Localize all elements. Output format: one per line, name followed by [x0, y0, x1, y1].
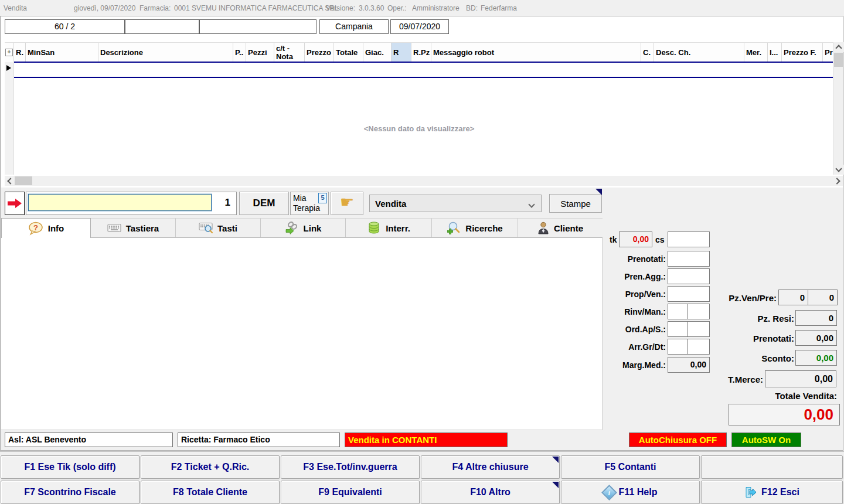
search-field-wrap: 1	[26, 192, 237, 215]
tab-tastiera[interactable]: Tastiera	[91, 218, 176, 238]
submenu-corner-indicator	[595, 189, 602, 195]
info-tab-content	[1, 238, 603, 430]
sale-type-select[interactable]: Vendita	[369, 195, 542, 212]
col-header-descrizione[interactable]: Descrizione	[98, 43, 233, 62]
keyboard-icon	[107, 223, 121, 233]
f12-button[interactable]: F12 Esci	[701, 481, 843, 504]
col-header-mer[interactable]: Mer.	[744, 43, 768, 62]
col-header-i[interactable]: I...	[768, 43, 782, 62]
prop-ven-field[interactable]	[668, 286, 710, 302]
tab-info[interactable]: ? Info	[1, 218, 91, 238]
grid-header: + R. MinSan Descrizione P.. Pezzi c/t - …	[5, 42, 833, 62]
autosw-status-box[interactable]: AutoSW On	[731, 433, 801, 447]
col-header-totale[interactable]: Totale	[334, 43, 363, 62]
grid-row-bottom-line	[14, 77, 833, 78]
svg-text:?: ?	[33, 223, 38, 231]
oper-value: Amministratore	[412, 4, 460, 12]
product-search-input[interactable]	[28, 194, 212, 211]
f7-button[interactable]: F7 Scontrino Fiscale	[1, 481, 139, 504]
pointing-hand-icon: ☛	[340, 195, 354, 210]
tab-label: Ricerche	[465, 223, 502, 233]
f2-button[interactable]: F2 Ticket + Q.Ric.	[141, 455, 280, 479]
col-header-p[interactable]: P..	[233, 43, 246, 62]
col-header-r2[interactable]: R	[392, 43, 411, 62]
col-header-prezzo[interactable]: Prezzo	[305, 43, 334, 62]
asl-status-box[interactable]: Asl: ASL Benevento	[5, 433, 173, 447]
f9-button[interactable]: F9 Equivalenti	[281, 481, 420, 504]
tab-cliente[interactable]: Cliente	[518, 218, 603, 238]
tk-label: tk	[610, 235, 617, 244]
prenotati-field[interactable]	[668, 251, 710, 267]
expand-all-button[interactable]: +	[5, 43, 14, 62]
scroll-up-button[interactable]	[833, 42, 843, 52]
cs-label: cs	[655, 235, 665, 244]
arr-gr-field-2[interactable]	[687, 339, 710, 355]
ricetta-status-box[interactable]: Ricetta: Farmaco Etico	[178, 433, 340, 447]
progressivo-box: 60 / 2	[5, 19, 125, 34]
cs-field[interactable]	[668, 231, 710, 247]
f4-button[interactable]: F4 Altre chiusure	[421, 455, 560, 479]
f3-button[interactable]: F3 Ese.Tot/inv.guerra	[281, 455, 420, 479]
regione-box: Campania	[319, 19, 389, 34]
col-header-messaggio-robot[interactable]: Messaggio robot	[431, 43, 641, 62]
ord-ap-field-1[interactable]	[668, 321, 688, 337]
data-box: 09/07/2020	[390, 19, 449, 34]
ord-ap-label: Ord.Ap/S.:	[625, 325, 666, 334]
tab-label: Cliente	[554, 223, 583, 233]
grid-empty-message: <Nessun dato da visualizzare>	[5, 124, 833, 133]
col-header-c[interactable]: C.	[641, 43, 654, 62]
scroll-down-button[interactable]	[833, 165, 843, 175]
col-header-ct-nota[interactable]: c/t - Nota	[274, 43, 305, 62]
col-header-rpz[interactable]: R.Pz	[411, 43, 431, 62]
oper-label: Oper.:	[387, 4, 407, 12]
tab-ricerche[interactable]: Ricerche	[432, 218, 518, 238]
prenotati-total-field: 0,00	[795, 330, 837, 346]
col-header-desc-ch[interactable]: Desc. Ch.	[654, 43, 744, 62]
tab-link[interactable]: Link	[261, 218, 346, 238]
fkey-empty-slot[interactable]	[701, 455, 843, 479]
grid-current-row[interactable]	[14, 63, 833, 77]
f10-button[interactable]: F10 Altro	[421, 481, 560, 504]
col-header-minsan[interactable]: MinSan	[26, 43, 98, 62]
chevron-left-icon	[7, 178, 13, 184]
mia-terapia-button[interactable]: Mia Terapia 5	[290, 192, 329, 215]
tab-interr[interactable]: Interr.	[346, 218, 432, 238]
arr-gr-field-1[interactable]	[668, 339, 688, 355]
pren-agg-field[interactable]	[668, 268, 710, 284]
function-key-bar: F1 Ese Tik (solo diff) F2 Ticket + Q.Ric…	[0, 451, 844, 504]
ord-ap-field-2[interactable]	[687, 321, 710, 337]
col-header-prezzo-f[interactable]: Prezzo F.	[782, 43, 823, 62]
col-header-r[interactable]: R.	[14, 43, 26, 62]
row-selector-gutter	[5, 62, 14, 175]
col-header-pr[interactable]: Pr	[823, 43, 833, 62]
tab-label: Tasti	[217, 223, 237, 233]
tab-label: Interr.	[386, 223, 410, 233]
t-merce-field: 0,00	[765, 370, 836, 387]
rinv-man-field-2[interactable]	[687, 304, 710, 319]
f11-button[interactable]: iF11 Help	[561, 481, 700, 504]
t-merce-label: T.Merce:	[728, 374, 763, 384]
horizontal-scrollbar[interactable]	[5, 176, 843, 186]
hand-pointer-button[interactable]: ☛	[331, 192, 363, 215]
submenu-corner-indicator	[552, 457, 559, 463]
f11-label: F11 Help	[619, 487, 658, 498]
prop-ven-label: Prop/Ven.:	[625, 290, 666, 299]
tab-bar: ? Info Tastiera Tasti Link Interr.	[1, 218, 603, 238]
vertical-scrollbar[interactable]	[833, 42, 843, 175]
vertical-scroll-thumb[interactable]	[834, 53, 843, 67]
scroll-right-button[interactable]	[833, 176, 843, 186]
scroll-left-button[interactable]	[5, 176, 15, 186]
col-header-pezzi[interactable]: Pezzi	[246, 43, 274, 62]
rinv-man-field-1[interactable]	[668, 304, 688, 319]
tab-tasti[interactable]: Tasti	[176, 218, 261, 238]
col-header-giac[interactable]: Giac.	[363, 43, 392, 62]
f5-button[interactable]: F5 Contanti	[561, 455, 700, 479]
stampe-button[interactable]: Stampe	[549, 194, 602, 213]
autochiusura-status-box[interactable]: AutoChiusura OFF	[629, 433, 727, 447]
pagamento-status-box[interactable]: Vendita in CONTANTI	[345, 433, 508, 447]
f8-button[interactable]: F8 Totale Cliente	[141, 481, 280, 504]
dem-button[interactable]: DEM	[239, 192, 289, 215]
horizontal-scroll-thumb[interactable]	[15, 176, 32, 185]
f1-button[interactable]: F1 Ese Tik (solo diff)	[1, 455, 139, 479]
titlebar: Vendita giovedì, 09/07/2020 Farmacia: 00…	[0, 0, 844, 16]
